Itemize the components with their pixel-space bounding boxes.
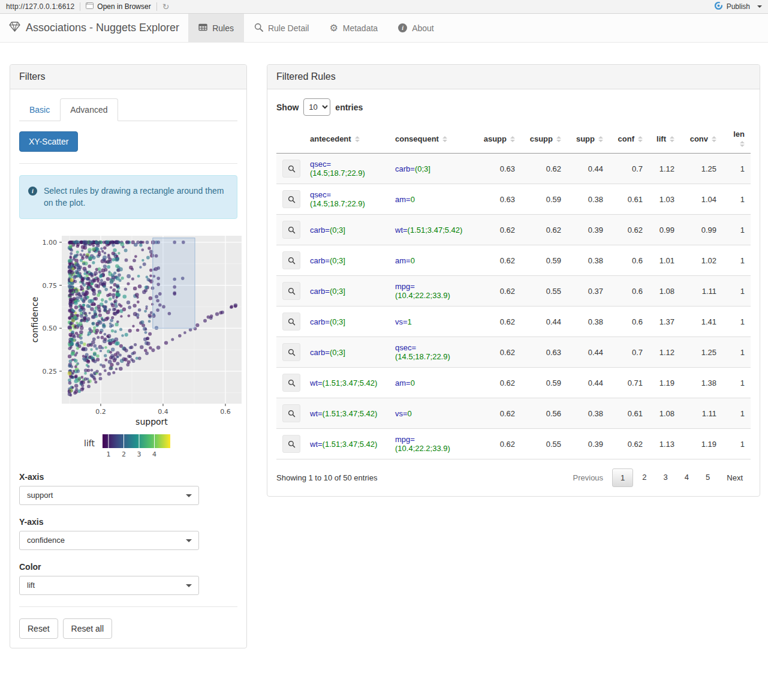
chevron-down-icon [186,584,192,587]
consequent-cell: carb=(0;3] [389,154,474,184]
x-axis-select[interactable]: support [19,486,199,505]
inspect-cell [276,184,304,215]
tab-basic[interactable]: Basic [19,98,60,121]
table-row[interactable]: wt=(1.51;3.47;5.42)am=00.620.590.440.711… [276,368,751,398]
supp-cell: 0.38 [567,307,609,337]
svg-text:0.6: 0.6 [220,408,231,416]
y-axis-select[interactable]: confidence [19,531,199,550]
table-row[interactable]: carb=(0;3]vs=10.620.440.380.61.371.411 [276,307,751,337]
tab-rule-detail[interactable]: Rule Detail [244,14,319,42]
col-csupp[interactable]: csupp [521,125,567,154]
col-len[interactable]: len [722,125,751,154]
divider [80,2,80,11]
conv-cell: 1.41 [680,307,722,337]
page-button-3[interactable]: 3 [656,468,676,487]
publish-button[interactable]: Publish [714,1,762,12]
conf-cell: 0.61 [609,398,649,429]
len-cell: 1 [722,337,751,368]
inspect-rule-button[interactable] [282,251,300,269]
col-antecedent[interactable]: antecedent [304,125,389,154]
refresh-icon[interactable]: ↻ [162,2,170,11]
reset-all-button[interactable]: Reset all [63,618,112,639]
publish-caret-icon[interactable] [757,5,762,8]
publish-label: Publish [727,2,750,11]
tab-advanced[interactable]: Advanced [60,98,118,121]
attribute-value: (1.51;3.47;5.42) [323,409,378,418]
attribute-value: 0 [411,195,415,204]
len-cell: 1 [722,215,751,245]
table-header-row: antecedent consequent asupp csupp supp c… [276,125,751,154]
supp-cell: 0.38 [567,245,609,276]
asupp-cell: 0.62 [474,307,521,337]
inspect-rule-button[interactable] [282,160,300,178]
table-row[interactable]: carb=(0;3]qsec=(14.5;18.7;22.9)0.620.630… [276,337,751,368]
xy-scatter-button[interactable]: XY-Scatter [19,131,78,152]
inspect-rule-button[interactable] [282,221,300,239]
inspect-rule-button[interactable] [282,435,300,453]
color-label: Color [19,562,237,572]
next-page-button[interactable]: Next [719,469,751,486]
info-alert: i Select rules by drawing a rectangle ar… [19,175,237,219]
inspect-rule-button[interactable] [282,374,300,392]
rules-table-body: qsec=(14.5;18.7;22.9)carb=(0;3]0.630.620… [276,154,751,459]
svg-text:0.25: 0.25 [43,367,58,375]
col-asupp[interactable]: asupp [474,125,521,154]
pagination: Previous 12345 Next [564,468,751,487]
inspect-rule-button[interactable] [282,190,300,208]
consequent-cell: mpg=(10.4;22.2;33.9) [389,429,474,459]
inspect-cell [276,215,304,245]
attribute-value: (14.5;18.7;22.9) [310,199,365,208]
table-row[interactable]: qsec=(14.5;18.7;22.9)carb=(0;3]0.630.620… [276,154,751,184]
page-button-4[interactable]: 4 [677,468,697,487]
supp-cell: 0.38 [567,184,609,215]
sort-icon [740,141,745,147]
tab-about[interactable]: i About [388,14,444,42]
inspect-rule-button[interactable] [282,313,300,331]
inspect-rule-button[interactable] [282,404,300,422]
len-cell: 1 [722,184,751,215]
table-row[interactable]: wt=(1.51;3.47;5.42)mpg=(10.4;22.2;33.9)0… [276,429,751,459]
table-row[interactable]: carb=(0;3]mpg=(10.4;22.2;33.9)0.620.550.… [276,276,751,307]
col-conv[interactable]: conv [680,125,722,154]
scatter-plot[interactable]: 0.20.40.60.250.500.751.00supportconfiden… [30,231,237,432]
asupp-cell: 0.62 [474,429,521,459]
tab-rules[interactable]: Rules [188,14,244,42]
page-button-2[interactable]: 2 [634,468,654,487]
tab-metadata[interactable]: ⚙ Metadata [319,14,388,42]
table-row[interactable]: qsec=(14.5;18.7;22.9)am=00.630.590.380.6… [276,184,751,215]
color-select[interactable]: lift [19,576,199,595]
inspect-rule-button[interactable] [282,343,300,361]
attribute-value: 0 [411,378,415,387]
table-row[interactable]: carb=(0;3]wt=(1.51;3.47;5.42)0.620.620.3… [276,215,751,245]
antecedent-cell: wt=(1.51;3.47;5.42) [304,398,389,429]
conf-cell: 0.6 [609,307,649,337]
table-row[interactable]: carb=(0;3]am=00.620.590.380.61.011.021 [276,245,751,276]
consequent-cell: qsec=(14.5;18.7;22.9) [389,337,474,368]
consequent-cell: am=0 [389,184,474,215]
csupp-cell: 0.56 [521,398,567,429]
reset-button[interactable]: Reset [19,618,58,639]
table-row[interactable]: wt=(1.51;3.47;5.42)vs=00.620.560.380.611… [276,398,751,429]
col-consequent[interactable]: consequent [389,125,474,154]
lift-cell: 1.19 [649,368,680,398]
info-icon: i [398,23,407,32]
page-length-select[interactable]: 10 [303,98,330,116]
len-cell: 1 [722,398,751,429]
previous-page-button[interactable]: Previous [565,469,612,486]
chevron-down-icon [186,539,192,542]
attribute-name: qsec= [310,160,331,169]
col-supp[interactable]: supp [567,125,609,154]
col-conf[interactable]: conf [609,125,649,154]
attribute-name: wt= [395,226,408,235]
page-button-5[interactable]: 5 [698,468,718,487]
sort-icon [556,136,561,142]
page-button-1[interactable]: 1 [612,468,633,487]
col-lift[interactable]: lift [649,125,680,154]
attribute-value: (0;3] [330,226,345,235]
inspect-rule-button[interactable] [282,282,300,300]
conv-cell: 1.25 [680,154,722,184]
csupp-cell: 0.44 [521,307,567,337]
open-in-browser-button[interactable]: Open in Browser [86,2,150,11]
attribute-value: (0;3] [330,256,345,265]
inspect-cell [276,429,304,459]
